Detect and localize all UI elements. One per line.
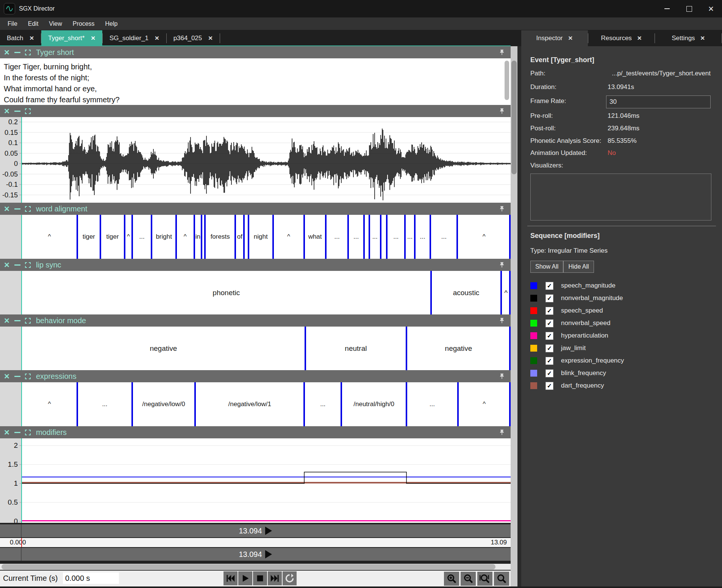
skip-to-start-button[interactable] <box>223 571 238 585</box>
current-time-field[interactable]: 0.000 s <box>63 572 119 584</box>
waveform-plot[interactable]: 0.20.150.10.050-0.05-0.1-0.15 <box>0 117 511 203</box>
text-scrollbar-thumb[interactable] <box>505 61 509 100</box>
segment-boundary-marker[interactable] <box>131 382 133 426</box>
segment-label[interactable]: ... <box>372 233 378 241</box>
segment-boundary-marker[interactable] <box>414 215 416 259</box>
stop-button[interactable] <box>253 571 267 585</box>
track-minimize-icon[interactable] <box>14 264 20 266</box>
track-minimize-icon[interactable] <box>14 111 20 112</box>
pin-icon[interactable] <box>499 317 505 324</box>
segment-boundary-marker[interactable] <box>500 271 502 314</box>
track-close-icon[interactable]: ✕ <box>4 429 10 436</box>
panel-tab-settings[interactable]: Settings✕ <box>655 30 722 46</box>
segment-boundary-marker[interactable] <box>325 215 327 259</box>
track-close-icon[interactable]: ✕ <box>4 49 10 56</box>
segment-boundary-marker[interactable] <box>194 382 196 426</box>
track-content-modifiers[interactable]: 21.510.50 <box>0 438 511 523</box>
segment-label[interactable]: neutral <box>345 344 367 353</box>
segment-label[interactable]: bright <box>156 233 172 241</box>
segment-label[interactable]: phonetic <box>213 289 240 297</box>
segment-boundary-marker[interactable] <box>100 215 101 259</box>
horizontal-scrollbar-thumb[interactable] <box>2 564 495 569</box>
segment-label[interactable]: ... <box>430 400 435 408</box>
slider-top-play-icon[interactable] <box>265 527 272 535</box>
series-checkbox[interactable]: ✓ <box>545 344 553 352</box>
series-checkbox[interactable]: ✓ <box>545 307 553 315</box>
panel-tab-inspector[interactable]: Inspector✕ <box>521 30 588 46</box>
play-button[interactable] <box>238 571 252 585</box>
segment-label[interactable]: ... <box>139 233 144 241</box>
segment-label[interactable]: negative <box>445 344 472 353</box>
segment-label[interactable]: ... <box>102 400 107 408</box>
series-checkbox[interactable]: ✓ <box>545 382 553 390</box>
segment-boundary-marker[interactable] <box>204 215 206 259</box>
segment-boundary-marker[interactable] <box>77 382 78 426</box>
track-maximize-icon[interactable] <box>25 262 31 268</box>
track-maximize-icon[interactable] <box>25 430 31 435</box>
segment-boundary-marker[interactable] <box>430 215 431 259</box>
series-checkbox[interactable]: ✓ <box>545 294 553 302</box>
segment-boundary-marker[interactable] <box>457 382 459 426</box>
track-close-icon[interactable]: ✕ <box>4 261 10 269</box>
segment-label[interactable]: tiger <box>83 233 95 241</box>
tab-batch[interactable]: Batch✕ <box>0 30 41 46</box>
segment-label[interactable]: in <box>195 233 200 241</box>
segment-boundary-marker[interactable] <box>363 215 365 259</box>
segment-boundary-marker[interactable] <box>194 215 195 259</box>
time-slider-bottom[interactable]: 13.094 <box>0 548 511 561</box>
maximize-button[interactable] <box>678 0 700 17</box>
segment-boundary-marker[interactable] <box>369 215 370 259</box>
playhead[interactable] <box>21 271 22 314</box>
segment-label[interactable]: ^ <box>504 289 508 297</box>
panel-tab-close-icon[interactable]: ✕ <box>568 35 573 42</box>
segment-label[interactable]: forests <box>211 233 230 241</box>
visualizers-box[interactable] <box>530 174 711 220</box>
segment-boundary-marker[interactable] <box>509 271 511 314</box>
zoom-out-button[interactable] <box>461 572 476 586</box>
segment-label[interactable]: ... <box>420 233 425 241</box>
segment-boundary-marker[interactable] <box>243 215 245 259</box>
segment-boundary-marker[interactable] <box>406 382 407 426</box>
segment-boundary-marker[interactable] <box>341 382 342 426</box>
slider-bottom-play-icon[interactable] <box>265 550 272 558</box>
track-content-word-alignment[interactable]: ^tigertiger^...bright^inforestsofnight^w… <box>0 215 511 259</box>
segment-label[interactable]: ... <box>334 233 340 241</box>
track-maximize-icon[interactable] <box>25 374 31 379</box>
menu-view[interactable]: View <box>44 17 67 30</box>
current-time-tick[interactable] <box>21 538 22 547</box>
segment-boundary-marker[interactable] <box>303 382 305 426</box>
series-checkbox[interactable]: ✓ <box>545 332 553 340</box>
segment-label[interactable]: /neutral/high/0 <box>353 400 394 408</box>
menu-help[interactable]: Help <box>100 17 123 30</box>
playhead[interactable] <box>21 215 22 259</box>
close-button[interactable]: ✕ <box>700 0 722 17</box>
zoom-button[interactable] <box>494 572 509 586</box>
tab-close-icon[interactable]: ✕ <box>91 35 95 42</box>
zoom-selection-button[interactable] <box>477 572 492 586</box>
menu-file[interactable]: File <box>2 17 23 30</box>
segment-boundary-marker[interactable] <box>386 215 388 259</box>
segment-boundary-marker[interactable] <box>509 215 511 259</box>
playhead[interactable] <box>21 327 22 370</box>
segment-boundary-marker[interactable] <box>201 215 202 259</box>
segment-boundary-marker[interactable] <box>380 215 381 259</box>
segment-boundary-marker[interactable] <box>303 215 305 259</box>
segment-boundary-marker[interactable] <box>124 215 125 259</box>
series-checkbox[interactable]: ✓ <box>545 319 553 327</box>
track-minimize-icon[interactable] <box>14 208 20 210</box>
segment-boundary-marker[interactable] <box>248 215 249 259</box>
segment-label[interactable]: night <box>254 233 268 241</box>
track-close-icon[interactable]: ✕ <box>4 205 10 213</box>
menu-edit[interactable]: Edit <box>23 17 44 30</box>
modifiers-plot[interactable]: 21.510.50 <box>0 438 511 523</box>
track-content-behavior-mode[interactable]: negativeneutralnegative <box>0 327 511 370</box>
horizontal-scrollbar[interactable] <box>0 564 511 570</box>
panel-divider[interactable] <box>517 46 521 588</box>
segment-label[interactable]: ... <box>393 233 399 241</box>
tab-close-icon[interactable]: ✕ <box>155 35 159 42</box>
segment-boundary-marker[interactable] <box>509 382 511 426</box>
segment-boundary-marker[interactable] <box>234 215 236 259</box>
series-checkbox[interactable]: ✓ <box>545 282 553 290</box>
pin-icon[interactable] <box>499 261 505 268</box>
hide-all-button[interactable]: Hide All <box>563 261 594 273</box>
